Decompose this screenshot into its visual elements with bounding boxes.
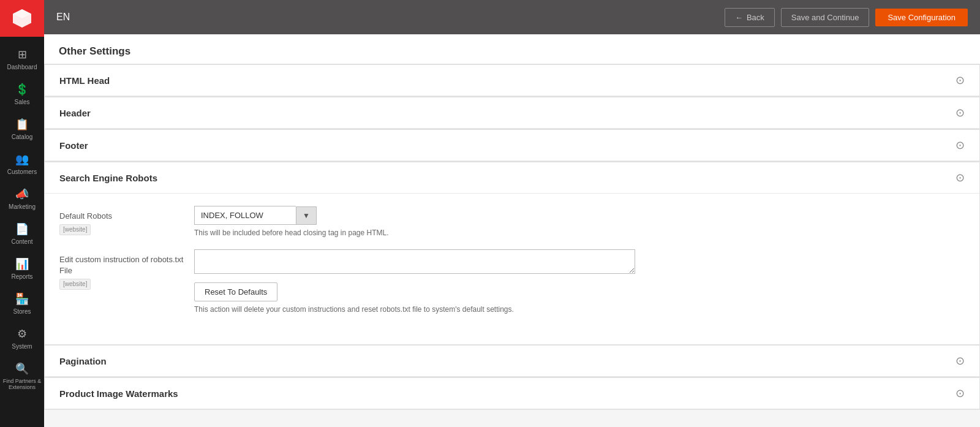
- section-pagination: Pagination ⊙: [44, 345, 980, 377]
- system-icon: ⚙: [17, 327, 27, 341]
- topbar: EN ← Back Save and Continue Save Configu…: [44, 0, 980, 34]
- sidebar-item-marketing[interactable]: 📣 Marketing: [0, 181, 44, 216]
- section-robots-header[interactable]: Search Engine Robots ⊙: [45, 162, 979, 194]
- section-footer: Footer ⊙: [44, 129, 980, 162]
- sidebar-item-content[interactable]: 📄 Content: [0, 216, 44, 251]
- sidebar-item-label: Dashboard: [7, 64, 37, 70]
- section-product-image-watermarks: Product Image Watermarks ⊙: [44, 377, 980, 410]
- default-robots-select[interactable]: INDEX, FOLLOW NOINDEX, FOLLOW INDEX, NOF…: [194, 206, 296, 225]
- sidebar-item-system[interactable]: ⚙ System: [0, 321, 44, 356]
- sidebar-item-label: Catalog: [12, 134, 32, 140]
- section-pagination-header[interactable]: Pagination ⊙: [45, 346, 979, 377]
- section-watermarks-title: Product Image Watermarks: [59, 388, 178, 399]
- default-robots-hint: This will be included before head closin…: [194, 229, 965, 237]
- page-title: EN: [56, 12, 70, 23]
- sidebar-item-label: Reports: [11, 273, 32, 280]
- content-area: Other Settings HTML Head ⊙ Header ⊙ Foot…: [44, 34, 980, 427]
- custom-instruction-badge: [website]: [59, 279, 91, 290]
- back-button[interactable]: ← Back: [725, 8, 775, 27]
- sidebar-item-dashboard[interactable]: ⊞ Dashboard: [0, 42, 44, 77]
- section-watermarks-toggle: ⊙: [956, 388, 965, 399]
- section-html-head-header[interactable]: HTML Head ⊙: [45, 65, 979, 96]
- sidebar: ⊞ Dashboard 💲 Sales 📋 Catalog 👥 Customer…: [0, 0, 44, 427]
- section-header-toggle: ⊙: [956, 107, 965, 118]
- section-robots-toggle: ⊙: [956, 172, 965, 183]
- app-logo[interactable]: [0, 0, 44, 37]
- custom-instruction-row: Edit custom instruction of robots.txt Fi…: [59, 249, 965, 314]
- save-continue-button[interactable]: Save and Continue: [781, 8, 870, 27]
- section-robots-content: Default Robots [website] INDEX, FOLLOW N…: [45, 194, 979, 344]
- topbar-left: EN: [56, 12, 70, 23]
- sidebar-item-sales[interactable]: 💲 Sales: [0, 77, 44, 111]
- reset-hint: This action will delete your custom inst…: [194, 305, 965, 314]
- default-robots-dropdown-btn[interactable]: ▼: [296, 206, 317, 225]
- sales-icon: 💲: [15, 83, 29, 96]
- sidebar-item-find-partners[interactable]: 🔍 Find Partners & Extensions: [0, 356, 44, 396]
- default-robots-select-wrapper: INDEX, FOLLOW NOINDEX, FOLLOW INDEX, NOF…: [194, 206, 317, 225]
- section-header-title: Header: [59, 108, 91, 118]
- section-watermarks-header[interactable]: Product Image Watermarks ⊙: [45, 378, 979, 409]
- sidebar-item-label: Stores: [13, 308, 31, 315]
- sidebar-item-reports[interactable]: 📊 Reports: [0, 251, 44, 286]
- default-robots-row: Default Robots [website] INDEX, FOLLOW N…: [59, 206, 965, 237]
- back-arrow-icon: ←: [735, 13, 743, 22]
- section-footer-toggle: ⊙: [956, 140, 965, 151]
- section-html-head: HTML Head ⊙: [44, 64, 980, 97]
- default-robots-label: Default Robots [website]: [59, 206, 194, 235]
- section-header-header[interactable]: Header ⊙: [45, 97, 979, 129]
- sidebar-item-label: Customers: [7, 168, 37, 175]
- sidebar-item-label: Content: [11, 238, 32, 245]
- dashboard-icon: ⊞: [18, 48, 27, 61]
- sidebar-item-label: Find Partners & Extensions: [2, 378, 42, 390]
- customers-icon: 👥: [15, 153, 29, 166]
- section-html-head-title: HTML Head: [59, 75, 110, 86]
- sidebar-item-label: System: [12, 343, 32, 350]
- catalog-icon: 📋: [15, 118, 29, 131]
- section-header: Header ⊙: [44, 97, 980, 129]
- section-html-head-toggle: ⊙: [956, 75, 965, 86]
- section-robots-title: Search Engine Robots: [59, 173, 157, 183]
- section-search-engine-robots: Search Engine Robots ⊙ Default Robots [w…: [44, 162, 980, 345]
- marketing-icon: 📣: [15, 187, 29, 201]
- section-footer-header[interactable]: Footer ⊙: [45, 130, 979, 161]
- custom-instruction-control: Reset To Defaults This action will delet…: [194, 249, 965, 314]
- sidebar-item-label: Sales: [14, 99, 29, 105]
- custom-instruction-textarea[interactable]: [194, 249, 635, 274]
- other-settings-heading: Other Settings: [44, 34, 980, 64]
- sidebar-item-stores[interactable]: 🏪 Stores: [0, 286, 44, 321]
- default-robots-control: INDEX, FOLLOW NOINDEX, FOLLOW INDEX, NOF…: [194, 206, 965, 237]
- save-config-button[interactable]: Save Configuration: [875, 9, 968, 26]
- sidebar-item-label: Marketing: [9, 203, 36, 210]
- topbar-right: ← Back Save and Continue Save Configurat…: [725, 8, 968, 27]
- reset-defaults-button[interactable]: Reset To Defaults: [194, 282, 277, 301]
- section-footer-title: Footer: [59, 140, 88, 151]
- section-pagination-title: Pagination: [59, 356, 107, 366]
- default-robots-badge: [website]: [59, 224, 91, 235]
- section-pagination-toggle: ⊙: [956, 355, 965, 366]
- find-partners-icon: 🔍: [15, 362, 29, 376]
- stores-icon: 🏪: [15, 292, 29, 306]
- content-icon: 📄: [15, 222, 29, 236]
- sidebar-item-customers[interactable]: 👥 Customers: [0, 146, 44, 181]
- custom-instruction-label: Edit custom instruction of robots.txt Fi…: [59, 249, 194, 290]
- sidebar-item-catalog[interactable]: 📋 Catalog: [0, 111, 44, 146]
- main-area: EN ← Back Save and Continue Save Configu…: [44, 0, 980, 427]
- reports-icon: 📊: [15, 257, 29, 271]
